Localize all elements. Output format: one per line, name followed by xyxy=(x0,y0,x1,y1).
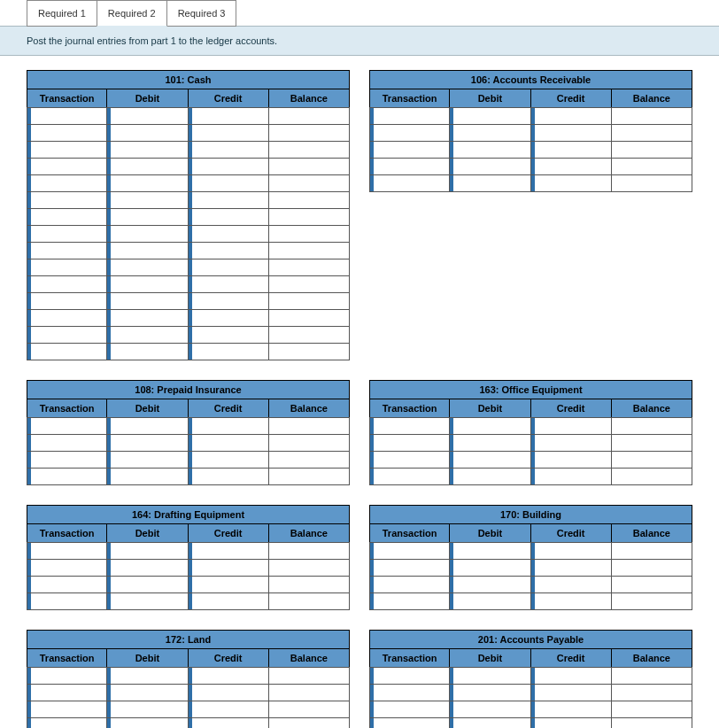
tab-2[interactable]: Required 2 xyxy=(97,0,167,27)
cell-debit[interactable] xyxy=(106,417,188,435)
cell-transaction[interactable] xyxy=(27,343,107,360)
cell-credit[interactable] xyxy=(188,542,269,560)
cell-transaction[interactable] xyxy=(27,417,107,435)
tab-1[interactable]: Required 1 xyxy=(27,0,97,27)
cell-debit[interactable] xyxy=(449,576,530,593)
cell-transaction[interactable] xyxy=(369,158,450,175)
cell-debit[interactable] xyxy=(106,259,188,276)
cell-credit[interactable] xyxy=(188,667,269,685)
cell-credit[interactable] xyxy=(530,141,612,159)
cell-debit[interactable] xyxy=(106,124,188,142)
cell-credit[interactable] xyxy=(188,225,269,243)
cell-credit[interactable] xyxy=(530,542,612,560)
cell-debit[interactable] xyxy=(106,701,188,718)
cell-debit[interactable] xyxy=(106,559,188,577)
cell-transaction[interactable] xyxy=(369,559,450,577)
cell-credit[interactable] xyxy=(188,701,269,718)
cell-debit[interactable] xyxy=(106,107,188,125)
cell-transaction[interactable] xyxy=(369,451,450,469)
cell-credit[interactable] xyxy=(530,592,612,610)
cell-debit[interactable] xyxy=(106,309,188,327)
cell-debit[interactable] xyxy=(106,174,188,192)
cell-credit[interactable] xyxy=(530,158,612,175)
cell-credit[interactable] xyxy=(530,107,612,125)
cell-credit[interactable] xyxy=(188,242,269,259)
cell-transaction[interactable] xyxy=(27,242,107,259)
cell-debit[interactable] xyxy=(449,468,530,485)
cell-debit[interactable] xyxy=(106,292,188,310)
cell-debit[interactable] xyxy=(449,684,530,701)
cell-debit[interactable] xyxy=(449,592,530,610)
cell-transaction[interactable] xyxy=(27,542,107,560)
cell-transaction[interactable] xyxy=(27,259,107,276)
cell-transaction[interactable] xyxy=(369,684,450,701)
cell-transaction[interactable] xyxy=(27,141,107,159)
cell-debit[interactable] xyxy=(106,158,188,175)
cell-credit[interactable] xyxy=(188,208,269,226)
cell-credit[interactable] xyxy=(188,559,269,577)
cell-credit[interactable] xyxy=(188,141,269,159)
cell-debit[interactable] xyxy=(449,701,530,718)
cell-transaction[interactable] xyxy=(27,107,107,125)
cell-transaction[interactable] xyxy=(27,717,107,728)
cell-debit[interactable] xyxy=(106,242,188,259)
cell-transaction[interactable] xyxy=(27,684,107,701)
cell-debit[interactable] xyxy=(449,559,530,577)
cell-credit[interactable] xyxy=(188,434,269,452)
cell-debit[interactable] xyxy=(106,141,188,159)
cell-credit[interactable] xyxy=(188,417,269,435)
cell-debit[interactable] xyxy=(106,592,188,610)
cell-credit[interactable] xyxy=(530,717,612,728)
cell-transaction[interactable] xyxy=(369,417,450,435)
cell-debit[interactable] xyxy=(106,208,188,226)
cell-transaction[interactable] xyxy=(27,124,107,142)
cell-debit[interactable] xyxy=(449,434,530,452)
cell-credit[interactable] xyxy=(530,417,612,435)
cell-credit[interactable] xyxy=(188,309,269,327)
cell-debit[interactable] xyxy=(449,667,530,685)
cell-debit[interactable] xyxy=(106,275,188,293)
cell-credit[interactable] xyxy=(530,667,612,685)
cell-transaction[interactable] xyxy=(369,124,450,142)
cell-credit[interactable] xyxy=(530,684,612,701)
cell-transaction[interactable] xyxy=(369,576,450,593)
cell-transaction[interactable] xyxy=(27,309,107,327)
cell-credit[interactable] xyxy=(188,158,269,175)
cell-debit[interactable] xyxy=(106,468,188,485)
cell-credit[interactable] xyxy=(188,191,269,209)
cell-credit[interactable] xyxy=(530,451,612,469)
cell-debit[interactable] xyxy=(449,417,530,435)
cell-debit[interactable] xyxy=(106,451,188,469)
cell-transaction[interactable] xyxy=(27,191,107,209)
cell-transaction[interactable] xyxy=(369,592,450,610)
cell-credit[interactable] xyxy=(188,451,269,469)
cell-transaction[interactable] xyxy=(27,292,107,310)
cell-transaction[interactable] xyxy=(27,701,107,718)
cell-credit[interactable] xyxy=(188,717,269,728)
cell-transaction[interactable] xyxy=(27,174,107,192)
cell-credit[interactable] xyxy=(530,468,612,485)
cell-credit[interactable] xyxy=(530,124,612,142)
cell-credit[interactable] xyxy=(188,174,269,192)
cell-debit[interactable] xyxy=(106,434,188,452)
cell-transaction[interactable] xyxy=(27,275,107,293)
cell-transaction[interactable] xyxy=(27,576,107,593)
cell-transaction[interactable] xyxy=(27,451,107,469)
cell-debit[interactable] xyxy=(106,684,188,701)
cell-debit[interactable] xyxy=(449,542,530,560)
cell-credit[interactable] xyxy=(188,275,269,293)
cell-credit[interactable] xyxy=(530,701,612,718)
cell-debit[interactable] xyxy=(106,343,188,360)
cell-transaction[interactable] xyxy=(27,208,107,226)
cell-debit[interactable] xyxy=(449,124,530,142)
cell-transaction[interactable] xyxy=(369,667,450,685)
cell-credit[interactable] xyxy=(188,468,269,485)
cell-credit[interactable] xyxy=(188,592,269,610)
cell-debit[interactable] xyxy=(449,717,530,728)
cell-credit[interactable] xyxy=(530,174,612,192)
cell-debit[interactable] xyxy=(449,174,530,192)
cell-transaction[interactable] xyxy=(27,225,107,243)
cell-transaction[interactable] xyxy=(369,468,450,485)
cell-transaction[interactable] xyxy=(27,434,107,452)
cell-credit[interactable] xyxy=(188,107,269,125)
